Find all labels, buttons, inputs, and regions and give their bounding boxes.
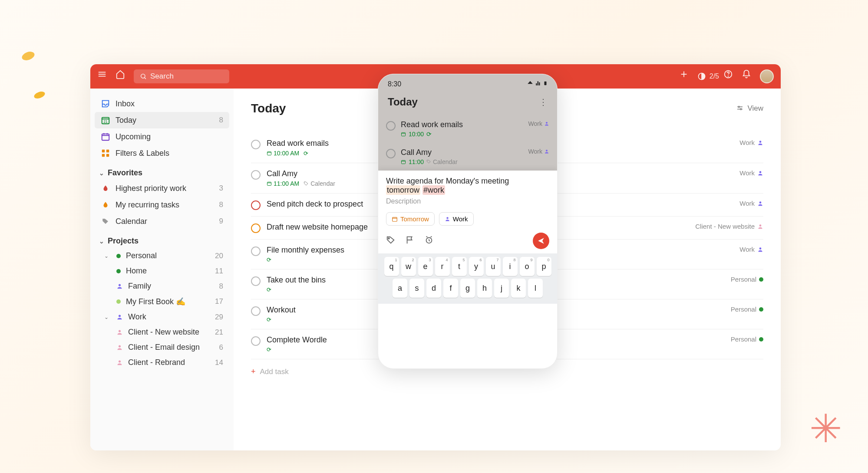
sidebar-item-filters[interactable]: Filters & Labels <box>95 145 229 161</box>
keyboard-key[interactable]: 2w <box>401 257 416 276</box>
notifications-icon[interactable] <box>742 69 756 83</box>
task-project: Personal <box>731 276 763 283</box>
keyboard-key[interactable]: 4r <box>435 257 450 276</box>
keyboard-key[interactable]: f <box>443 279 458 298</box>
keyboard-key[interactable]: 8i <box>503 257 518 276</box>
task-checkbox[interactable] <box>251 170 261 180</box>
add-icon[interactable] <box>679 69 693 83</box>
task-checkbox[interactable] <box>251 140 261 149</box>
description-placeholder[interactable]: Description <box>386 197 549 205</box>
keyboard-key[interactable]: k <box>511 279 526 298</box>
svg-text:21: 21 <box>103 120 108 124</box>
favorite-item[interactable]: Calendar9 <box>95 213 229 230</box>
search-input[interactable]: Search <box>134 69 229 83</box>
task-checkbox[interactable] <box>251 246 261 256</box>
project-item[interactable]: Client - New website21 <box>95 325 229 340</box>
decorative-star: ✳ <box>809 406 842 451</box>
projects-header[interactable]: ⌄Projects <box>95 230 229 248</box>
keyboard-key[interactable]: h <box>477 279 492 298</box>
inbox-icon <box>101 99 110 108</box>
task-project: Personal <box>731 335 763 343</box>
project-item[interactable]: Family8 <box>95 279 229 294</box>
svg-point-27 <box>739 106 740 108</box>
view-button[interactable]: View <box>736 104 763 113</box>
project-item[interactable]: My First Book ✍️17 <box>95 294 229 309</box>
task-checkbox[interactable] <box>386 149 396 158</box>
productivity-button[interactable]: 2/5 <box>697 69 719 83</box>
recur-icon: ⟳ <box>267 256 271 263</box>
project-item[interactable]: Client - Rebrand14 <box>95 355 229 370</box>
page-title: Today <box>251 102 286 115</box>
reminder-icon[interactable] <box>424 235 434 247</box>
decorative-blob <box>33 90 46 100</box>
favorites-header[interactable]: ⌄Favorites <box>95 161 229 180</box>
svg-point-45 <box>546 150 548 151</box>
task-checkbox[interactable] <box>251 336 261 346</box>
home-icon[interactable] <box>116 69 129 83</box>
task-checkbox[interactable] <box>251 200 261 210</box>
keyboard-key[interactable]: d <box>426 279 441 298</box>
task-checkbox[interactable] <box>251 276 261 286</box>
task-project: Work <box>739 169 763 177</box>
task-checkbox[interactable] <box>251 223 261 233</box>
task-project: Work <box>739 200 763 207</box>
favorite-item[interactable]: Highest priority work3 <box>95 180 229 197</box>
compose-text[interactable]: Write agenda for Monday's meeting tomorr… <box>386 177 549 195</box>
search-placeholder: Search <box>150 72 174 81</box>
progress-count: 2/5 <box>710 72 719 80</box>
phone-title: Today <box>388 96 418 108</box>
project-item[interactable]: Client - Email design6 <box>95 340 229 355</box>
chevron-down-icon[interactable]: ⌄ <box>104 253 111 259</box>
phone-task-row[interactable]: Call Amy 11:00 Calendar Work <box>378 143 557 171</box>
project-item[interactable]: ⌄Personal20 <box>95 248 229 263</box>
task-project: Work <box>739 246 763 253</box>
sidebar-item-inbox[interactable]: Inbox <box>95 95 229 112</box>
keyboard-key[interactable]: 1q <box>384 257 399 276</box>
svg-rect-13 <box>102 134 109 141</box>
upcoming-icon <box>101 132 110 141</box>
menu-icon[interactable] <box>97 69 111 83</box>
keyboard-key[interactable]: 0p <box>537 257 551 276</box>
keyboard-key[interactable]: 6y <box>469 257 484 276</box>
svg-point-25 <box>119 361 121 363</box>
help-icon[interactable] <box>723 69 737 83</box>
keyboard-key[interactable]: s <box>409 279 424 298</box>
keyboard-key[interactable]: 9o <box>520 257 535 276</box>
phone-mockup: 8:30 Today ⋮ Read work emails 10:00 ⟳ Wo… <box>378 74 558 369</box>
svg-rect-17 <box>102 150 105 152</box>
phone-task-row[interactable]: Read work emails 10:00 ⟳ Work <box>378 115 557 143</box>
keyboard-key[interactable]: 5t <box>452 257 467 276</box>
project-item[interactable]: Home11 <box>95 263 229 279</box>
keyboard-key[interactable]: 7u <box>486 257 501 276</box>
keyboard-key[interactable]: l <box>528 279 543 298</box>
keyboard-key[interactable]: a <box>393 279 407 298</box>
send-button[interactable] <box>533 233 549 249</box>
svg-point-49 <box>388 237 389 239</box>
svg-rect-30 <box>267 152 271 155</box>
keyboard-key[interactable]: g <box>460 279 475 298</box>
more-icon[interactable]: ⋮ <box>539 97 548 107</box>
project-chip[interactable]: Work <box>439 212 474 226</box>
favorite-item[interactable]: My recurring tasks8 <box>95 197 229 213</box>
sidebar-item-today[interactable]: 21Today8 <box>95 112 229 128</box>
project-item[interactable]: ⌄Work29 <box>95 309 229 325</box>
today-icon: 21 <box>101 115 110 125</box>
chip-work: #work <box>422 185 445 195</box>
task-project: Personal <box>731 305 763 313</box>
svg-rect-43 <box>402 161 406 164</box>
task-checkbox[interactable] <box>251 306 261 316</box>
avatar[interactable] <box>760 69 774 83</box>
chevron-down-icon: ⌄ <box>99 238 104 245</box>
task-time: 11:00 AM <box>267 180 299 187</box>
sidebar-item-upcoming[interactable]: Upcoming <box>95 128 229 145</box>
svg-rect-33 <box>267 182 271 186</box>
label-icon[interactable] <box>386 235 396 247</box>
keyboard-key[interactable]: j <box>494 279 509 298</box>
svg-point-22 <box>119 315 121 317</box>
filters-icon <box>101 148 110 158</box>
date-chip[interactable]: Tomorrow <box>386 212 435 226</box>
keyboard-key[interactable]: 3e <box>418 257 433 276</box>
chevron-down-icon[interactable]: ⌄ <box>104 314 111 320</box>
task-checkbox[interactable] <box>386 121 396 131</box>
flag-icon[interactable] <box>405 235 415 247</box>
